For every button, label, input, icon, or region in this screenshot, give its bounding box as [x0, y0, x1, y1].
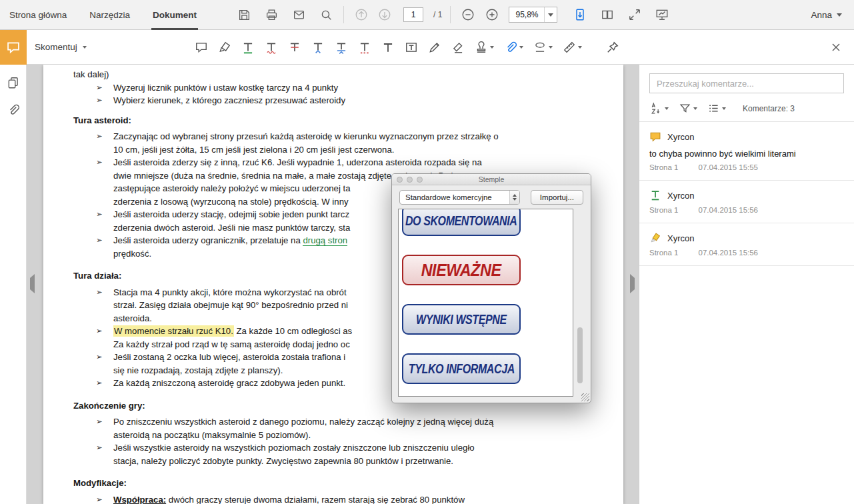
- sort-comments-button[interactable]: [649, 102, 669, 115]
- doc-line: 10 cm, jeśli jest żółta, 15 cm jeśli jes…: [73, 143, 605, 157]
- tab-document[interactable]: Dokument: [151, 0, 198, 30]
- chevron-down-icon: [490, 46, 494, 49]
- strikethrough-icon[interactable]: [287, 38, 303, 57]
- add-text-icon[interactable]: [380, 38, 396, 57]
- scroll-mode-icon[interactable]: [571, 6, 589, 24]
- previous-page-icon[interactable]: [352, 6, 370, 24]
- chevron-left-icon: [30, 274, 35, 293]
- draw-icon[interactable]: [427, 38, 443, 57]
- doc-bullet: ➢Wybierz kierunek, z którego zaczniesz p…: [73, 94, 605, 107]
- minimize-window-button[interactable]: [407, 177, 413, 183]
- text-box-icon[interactable]: [403, 38, 419, 57]
- comment-search-input[interactable]: [649, 73, 844, 93]
- attachments-icon[interactable]: [5, 101, 22, 119]
- tab-tools[interactable]: Narzędzia: [88, 0, 131, 30]
- stamp-label: TYLKO INFORMACJA: [409, 361, 515, 377]
- dialog-toolbar: Standardowe komercyjne Importuj...: [392, 185, 591, 209]
- two-page-view-icon[interactable]: [598, 6, 616, 24]
- collapse-right-panel-arrow[interactable]: [630, 278, 635, 290]
- tab-home[interactable]: Strona główna: [8, 0, 68, 30]
- document-area: tak dalej) ➢Wyzeruj licznik punktów i us…: [27, 65, 639, 504]
- close-window-button[interactable]: [397, 177, 403, 183]
- top-toolbar: Strona główna Narzędzia Dokument / 1 95,…: [0, 0, 854, 30]
- email-icon[interactable]: [290, 6, 308, 24]
- page-total-label: / 1: [433, 10, 442, 19]
- stamp-tylko-informacja[interactable]: TYLKO INFORMACJA: [402, 353, 521, 384]
- doc-section: Zakończenie gry: ➢Po zniszczeniu wszystk…: [73, 399, 605, 468]
- zoom-out-icon[interactable]: [459, 6, 477, 24]
- insert-text-icon[interactable]: [310, 38, 326, 57]
- select-stepper-icon: [509, 191, 519, 204]
- toolbar-divider: [450, 6, 451, 23]
- highlight-icon[interactable]: [217, 38, 233, 57]
- doc-line-bold: Współpraca:: [113, 495, 166, 504]
- stamp-do-skomentowania[interactable]: DO SKOMENTOWANIA: [402, 209, 521, 236]
- comment-timestamp: 07.04.2015 15:55: [698, 163, 758, 171]
- highlighted-annotation-text[interactable]: W momencie strzału rzuć K10.: [113, 325, 234, 337]
- import-stamp-button[interactable]: Importuj...: [531, 190, 583, 205]
- page-thumbnails-icon[interactable]: [5, 74, 22, 91]
- doc-line: Jeśli asteroida uderzy stację, odejmij s…: [113, 209, 349, 219]
- stamp-list: DO SKOMENTOWANIA NIEWAŻNE WYNIKI WSTĘPNE…: [398, 209, 573, 397]
- comment-menu[interactable]: Skomentuj: [35, 42, 87, 52]
- close-toolbar-icon[interactable]: [829, 38, 843, 57]
- bullet-marker: ➢: [96, 156, 103, 169]
- zoom-select[interactable]: 95,8%: [509, 7, 557, 23]
- zoom-in-icon[interactable]: [483, 6, 501, 24]
- doc-line: stacja, należy policzyć zdobyte punkty. …: [113, 456, 453, 466]
- doc-line: Stacja ma 4 punkty akcji, które można wy…: [113, 287, 347, 297]
- section-heading: Tura asteroid:: [73, 114, 605, 127]
- sticky-note-icon[interactable]: [193, 38, 209, 57]
- search-icon[interactable]: [317, 6, 335, 24]
- filter-comments-button[interactable]: [679, 102, 697, 115]
- left-rail: [0, 65, 27, 504]
- text-correction-icon[interactable]: [357, 38, 373, 57]
- acrobat-window: { "colors": { "accent_blue": "#1473e6", …: [0, 0, 854, 504]
- main-area: tak dalej) ➢Wyzeruj licznik punktów i us…: [0, 65, 854, 504]
- underlined-annotation-text[interactable]: drugą stron: [303, 235, 347, 246]
- stamp-wyniki-wstepne[interactable]: WYNIKI WSTĘPNE: [402, 304, 521, 335]
- user-menu[interactable]: Anna: [811, 10, 842, 20]
- erase-icon[interactable]: [450, 38, 466, 57]
- comment-item[interactable]: Xyrcon Strona 1 07.04.2015 15:56: [639, 181, 854, 223]
- resize-grip[interactable]: [581, 393, 589, 401]
- pin-toolbar-icon[interactable]: [605, 38, 621, 57]
- comment-item[interactable]: Xyrcon to chyba powinno być wielkimi lit…: [639, 122, 854, 181]
- replace-text-icon[interactable]: [333, 38, 349, 57]
- dialog-titlebar[interactable]: Stemple: [392, 174, 591, 185]
- chevron-down-icon: [544, 7, 557, 22]
- comment-list-options-button[interactable]: [707, 102, 726, 115]
- comment-toolbar: Skomentuj: [0, 30, 854, 65]
- chevron-down-icon: [578, 46, 582, 49]
- zoom-window-button[interactable]: [417, 177, 423, 183]
- stamp-icon[interactable]: [473, 38, 495, 57]
- underline-comment-icon: [649, 189, 661, 201]
- presentation-icon[interactable]: [653, 6, 671, 24]
- stamp-niewazne[interactable]: NIEWAŻNE: [402, 255, 521, 285]
- save-icon[interactable]: [235, 6, 253, 24]
- shapes-icon[interactable]: [532, 38, 554, 57]
- comments-count-label: Komentarze: 3: [743, 104, 795, 113]
- doc-bullet: ➢Wyzeruj licznik punktów i ustaw kostkę …: [73, 81, 605, 95]
- page-number-input[interactable]: [403, 7, 423, 22]
- print-icon[interactable]: [263, 6, 281, 24]
- doc-line: Po zniszczeniu wszystkich asteroid z dan…: [113, 417, 493, 427]
- stamp-label: NIEWAŻNE: [421, 260, 501, 281]
- fullscreen-icon[interactable]: [625, 6, 643, 24]
- stamp-label: DO SKOMENTOWANIA: [405, 213, 517, 229]
- doc-line: Jeśli zostaną 2 oczka lub więcej, astero…: [113, 352, 345, 362]
- bullet-marker: ➢: [96, 493, 103, 504]
- underline-text-icon[interactable]: [240, 38, 256, 57]
- doc-line: prędkość.: [113, 249, 151, 259]
- comment-item[interactable]: Xyrcon Strona 1 07.04.2015 15:56: [639, 223, 854, 266]
- doc-line: Wyzeruj licznik punktów i ustaw kostkę t…: [113, 83, 338, 93]
- attach-file-icon[interactable]: [503, 38, 525, 57]
- next-page-icon[interactable]: [375, 6, 393, 24]
- doc-bullet: ➢Jeśli asteroida zderzy się z inną, rzuć…: [73, 156, 605, 169]
- squiggly-underline-icon[interactable]: [263, 38, 279, 57]
- measure-icon[interactable]: [561, 38, 583, 57]
- bullet-marker: ➢: [96, 351, 103, 364]
- stamp-category-select[interactable]: Standardowe komercyjne: [399, 190, 520, 205]
- collapse-left-panel-arrow[interactable]: [30, 278, 35, 290]
- scrollbar-thumb[interactable]: [577, 327, 583, 384]
